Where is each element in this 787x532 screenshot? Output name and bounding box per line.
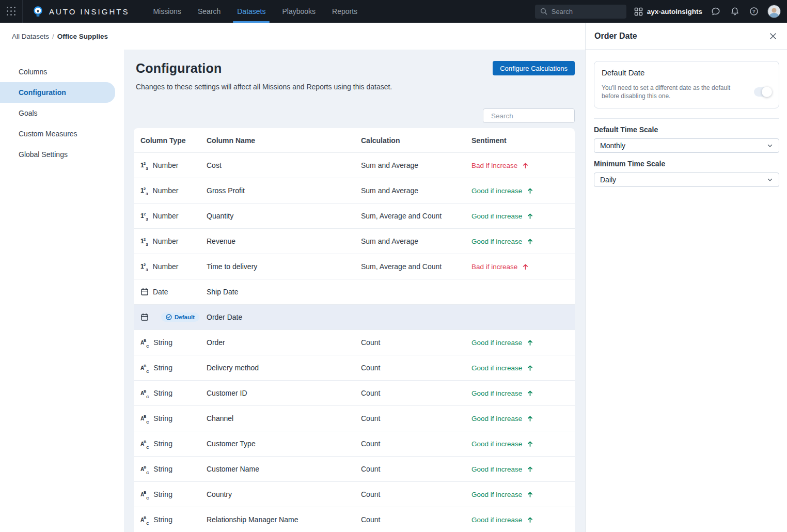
minimum-time-scale-select[interactable]: Daily [594,173,779,187]
sentiment-value[interactable]: Good if increase [471,364,575,372]
sentiment-value[interactable]: Good if increase [471,516,575,524]
column-type-label: String [153,490,172,498]
column-type-label: String [153,389,172,397]
string-type-icon: ABC [140,338,149,347]
table-row[interactable]: 123 ABC String Channel Count Good if inc… [134,405,575,431]
app-root: AUTO INSIGHTS MissionsSearchDatasetsPlay… [0,0,787,532]
column-calculation: Sum and Average [361,237,471,245]
column-type-label: Number [153,161,179,169]
table-row[interactable]: 123 ABC String Order Count Good if incre… [134,330,575,355]
workspace-switcher[interactable]: ayx-autoinsights [634,7,702,16]
sentiment-value[interactable]: Good if increase [471,415,575,423]
table-row[interactable]: 123 ABC Number Gross Profit Sum and Aver… [134,178,575,203]
chat-icon[interactable] [710,6,721,17]
column-type-label: Date [153,288,168,296]
nav-item-datasets[interactable]: Datasets [229,0,274,23]
sentiment-value[interactable]: Good if increase [471,440,575,448]
column-calculation: Count [361,490,471,498]
sidebar-item-goals[interactable]: Goals [0,103,115,123]
table-row[interactable]: 123 ABC Default Order Date [134,304,575,330]
default-date-title: Default Date [602,68,772,77]
nav-item-reports[interactable]: Reports [324,0,366,23]
sidebar-item-configuration[interactable]: Configuration [0,82,115,103]
column-name: Cost [207,161,361,169]
table-row[interactable]: 123 ABC String Customer Name Count Good … [134,456,575,481]
table-row[interactable]: 123 ABC Date Ship Date [134,279,575,304]
header-column-name: Column Name [207,136,361,145]
global-search-input[interactable]: Search [535,5,626,19]
close-icon[interactable] [768,31,778,41]
table-row[interactable]: 123 ABC Number Time to delivery Sum, Ave… [134,254,575,279]
header-column-type: Column Type [140,136,207,145]
column-calculation: Count [361,389,471,397]
column-name: Customer Type [207,440,361,448]
sentiment-value[interactable]: Good if increase [471,465,575,473]
settings-sidebar: ColumnsConfigurationGoalsCustom Measures… [0,50,124,532]
string-type-icon: ABC [140,439,149,448]
content-region: All Datasets / Office Supplies ColumnsCo… [0,23,787,532]
sentiment-value[interactable]: Good if increase [471,389,575,397]
table-row[interactable]: 123 ABC String Customer ID Count Good if… [134,380,575,405]
column-calculation: Sum and Average [361,186,471,195]
nav-item-missions[interactable]: Missions [145,0,189,23]
table-row[interactable]: 123 ABC Number Revenue Sum and Average G… [134,228,575,254]
nav-item-search[interactable]: Search [190,0,229,23]
nav-item-playbooks[interactable]: Playbooks [274,0,324,23]
default-time-scale-select[interactable]: Monthly [594,138,779,153]
sidebar-item-columns[interactable]: Columns [0,61,115,82]
chevron-down-icon [767,143,773,149]
number-type-icon: 123 [140,161,149,170]
arrow-up-icon [527,466,533,473]
app-grid-button[interactable] [0,0,23,23]
table-row[interactable]: 123 ABC Number Cost Sum and Average Bad … [134,152,575,178]
sentiment-value[interactable]: Bad if increase [471,162,575,169]
number-type-icon: 123 [140,262,149,272]
table-row[interactable]: 123 ABC String Customer Type Count Good … [134,431,575,456]
column-type-label: String [153,440,172,448]
number-type-icon: 123 [140,186,149,196]
default-time-scale-value: Monthly [600,142,625,150]
arrow-up-icon [527,365,533,371]
arrow-up-icon [527,213,533,220]
sentiment-value[interactable]: Good if increase [471,339,575,347]
string-type-icon: ABC [140,388,149,398]
sentiment-value[interactable]: Bad if increase [471,263,575,271]
table-search[interactable] [483,108,575,123]
table-row[interactable]: 123 ABC String Delivery method Count Goo… [134,355,575,380]
default-date-toggle[interactable] [754,87,772,97]
arrow-up-icon [527,339,533,346]
arrow-up-icon [522,263,529,270]
panel-title: Order Date [594,32,637,41]
arrow-up-icon [527,517,533,523]
breadcrumb-all-datasets[interactable]: All Datasets [12,33,49,40]
workspace-name: ayx-autoinsights [647,8,702,15]
sentiment-value[interactable]: Good if increase [471,187,575,195]
chevron-down-icon [767,177,773,183]
arrow-up-icon [527,238,533,245]
sentiment-value[interactable]: Good if increase [471,238,575,245]
table-row[interactable]: 123 ABC String Country Count Good if inc… [134,481,575,507]
notifications-bell-icon[interactable] [729,6,741,17]
sentiment-value[interactable]: Good if increase [471,491,575,498]
sidebar-item-custom-measures[interactable]: Custom Measures [0,123,115,144]
column-type-cell: 123 ABC String [140,439,207,448]
sentiment-value[interactable]: Good if increase [471,212,575,220]
table-row[interactable]: 123 ABC Number Quantity Sum, Average and… [134,203,575,228]
column-calculation: Sum and Average [361,161,471,169]
table-search-input[interactable] [491,112,583,120]
search-row [134,108,575,123]
column-name: Quantity [207,212,361,220]
number-type-icon: 123 [140,237,149,246]
table-row[interactable]: 123 ABC String Relationship Manager Name… [134,507,575,532]
column-type-cell: 123 ABC String [140,464,207,474]
user-avatar[interactable] [767,5,781,18]
workspace-grid-icon [634,7,643,16]
column-type-label: String [153,338,172,347]
column-calculation: Count [361,440,471,448]
brand[interactable]: AUTO INSIGHTS [23,0,136,23]
configure-calculations-button[interactable]: Configure Calculations [493,61,575,75]
sidebar-item-global-settings[interactable]: Global Settings [0,144,115,165]
arrow-up-icon [527,187,533,194]
page-header: All Datasets / Office Supplies [0,23,585,50]
help-icon[interactable]: ? [748,6,760,17]
